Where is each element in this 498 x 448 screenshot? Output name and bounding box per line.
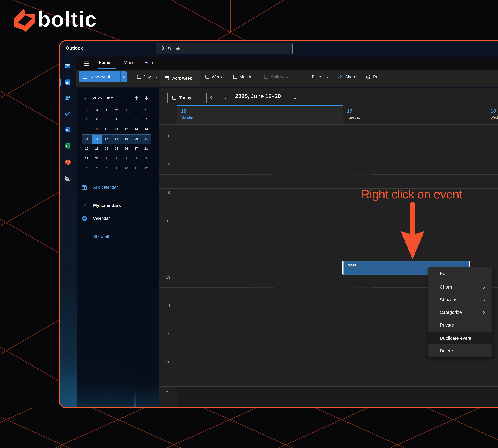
svg-text:X: X (66, 145, 68, 147)
svg-text:P: P (66, 161, 67, 164)
svg-text:W: W (66, 128, 68, 131)
